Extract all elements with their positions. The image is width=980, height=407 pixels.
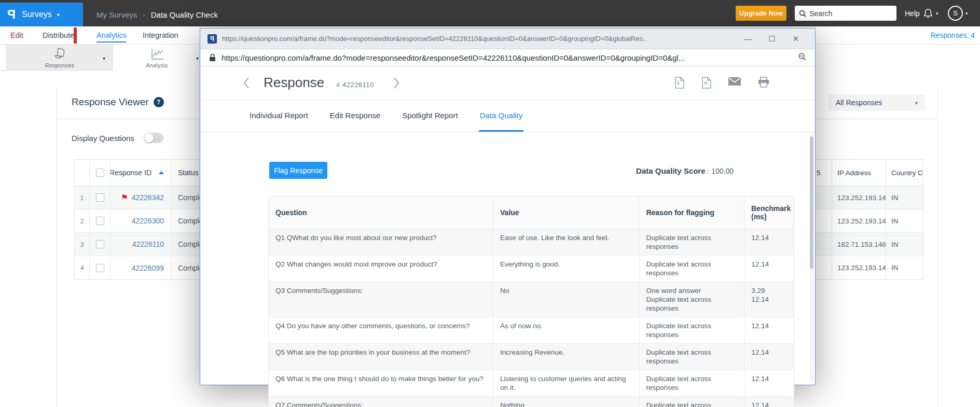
question-header: Question: [269, 197, 493, 229]
benchmark-header: Benchmark (ms): [744, 197, 794, 229]
reason-cell: Duplicate text across responses: [640, 344, 745, 370]
row-number: 4: [75, 256, 90, 279]
help-link[interactable]: Help: [905, 0, 920, 26]
display-questions-row: Display Questions: [72, 133, 163, 143]
score-value: : 100.00: [707, 167, 734, 175]
toolbar-tab-responses[interactable]: ▾ Responses: [6, 45, 113, 71]
response-id-cell: ⚑42226342: [111, 186, 172, 209]
response-filter-select[interactable]: All Responses ▾: [829, 94, 925, 111]
response-id-link[interactable]: 42226110: [132, 240, 164, 248]
breadcrumb-my-surveys[interactable]: My Surveys: [96, 10, 137, 19]
tab-data-quality[interactable]: Data Quality: [479, 101, 524, 132]
tab-individual-report[interactable]: Individual Report: [249, 101, 309, 132]
chevron-down-icon: ▾: [196, 55, 199, 61]
response-id-header[interactable]: Response ID: [111, 160, 172, 186]
row-checkbox[interactable]: [96, 240, 104, 248]
country-code-cell: IN: [886, 233, 923, 256]
row-checkbox[interactable]: [96, 217, 104, 225]
response-id-cell: 42226099: [111, 256, 172, 279]
ip-address-cell: 123.252.193.148: [832, 186, 886, 209]
table-body: 123.252.193.148 IN 123.252.193.148 IN 18…: [812, 186, 923, 279]
ip-address-cell: 123.252.193.148: [832, 256, 886, 279]
row-number: 2: [75, 209, 90, 232]
select-all-checkbox[interactable]: [96, 169, 104, 177]
row-number: 3: [75, 233, 90, 256]
global-search[interactable]: [795, 6, 896, 21]
question-cell: Q1 QWhat do you like most about our new …: [269, 229, 493, 255]
upgrade-now-button[interactable]: Upgrade Now: [736, 6, 786, 21]
ip-address-header: IP Address: [832, 160, 886, 186]
window-title-text: https://questionpro.com/a/frame.do?mode=…: [222, 35, 736, 43]
responses-document-icon: [52, 47, 67, 63]
previous-response-button[interactable]: [243, 77, 250, 91]
toolbar-tab-analysis[interactable]: ▾ Analysis: [113, 45, 201, 71]
response-editor-window: P https://questionpro.com/a/frame.do?mod…: [200, 28, 816, 385]
dq-header-row: Question Value Reason for flagging Bench…: [269, 197, 794, 229]
question-cell: Q7 Comments/Suggestions:: [269, 397, 493, 407]
value-cell: Nothing.: [493, 397, 639, 407]
response-id-cell: 42226300: [111, 209, 172, 232]
tab-spotlight-report[interactable]: Spotlight Report: [401, 101, 459, 132]
response-id-link[interactable]: 42226099: [132, 264, 164, 272]
export-pdf-icon[interactable]: λ: [674, 77, 684, 91]
value-cell: Increasing Revenue.: [493, 344, 639, 370]
table-row: 123.252.193.148 IN: [812, 209, 923, 233]
search-input[interactable]: [809, 9, 887, 18]
question-cell: Q4 Do you have any other comments, quest…: [269, 317, 493, 343]
print-icon[interactable]: [758, 77, 769, 91]
dq-table-row: Q3 Comments/Suggestions: No One word ans…: [269, 282, 794, 317]
avatar: S: [948, 6, 963, 21]
response-header: Response # 42226110 λ X: [200, 66, 815, 101]
response-id-link[interactable]: 42226342: [132, 193, 164, 202]
question-cell: Q5 What are the top priorities in your b…: [269, 344, 493, 370]
notifications-menu[interactable]: ▾: [923, 0, 938, 26]
account-menu[interactable]: S ▾: [948, 0, 968, 26]
maximize-button[interactable]: ☐: [760, 34, 784, 44]
close-button[interactable]: ✕: [784, 34, 808, 44]
value-cell: No: [493, 282, 639, 317]
breadcrumb-current: Data Quality Check: [151, 10, 218, 19]
breadcrumb: My Surveys › Data Quality Check: [96, 3, 218, 26]
ip-address-cell: 123.252.193.148: [832, 209, 886, 232]
display-questions-toggle[interactable]: [144, 133, 163, 143]
help-icon[interactable]: ?: [154, 97, 164, 107]
response-id-cell: 42226110: [111, 233, 172, 256]
response-table-right: 5 IP Address Country Code 123.252.193.14…: [812, 159, 923, 280]
window-title-bar[interactable]: P https://questionpro.com/a/frame.do?mod…: [200, 29, 815, 49]
nav-item-integration[interactable]: Integration: [143, 26, 178, 44]
questionpro-logo-icon: P: [7, 7, 16, 22]
zoom-icon[interactable]: [798, 52, 806, 63]
ip-address-cell: 182.71.153.146: [832, 233, 886, 256]
page-title: Response Viewer ?: [72, 96, 164, 108]
chevron-down-icon: ▾: [936, 11, 938, 16]
dq-table-row: Q5 What are the top priorities in your b…: [269, 344, 794, 370]
country-code-header: Country Code: [886, 160, 923, 186]
row-number: 1: [75, 186, 90, 209]
chevron-down-icon: ▾: [103, 55, 105, 61]
nav-item-distribute[interactable]: Distribute: [43, 26, 74, 44]
product-switcher[interactable]: P Surveys ▾: [0, 3, 83, 26]
minimize-button[interactable]: —: [736, 34, 760, 43]
next-response-button[interactable]: [393, 77, 400, 91]
address-bar[interactable]: https://questionpro.com/a/frame.do?mode=…: [200, 49, 815, 66]
address-url: https://questionpro.com/a/frame.do?mode=…: [222, 53, 798, 62]
flag-response-button[interactable]: Flag Response: [269, 162, 327, 179]
flagged-icon: ⚑: [121, 193, 128, 202]
nav-item-analytics[interactable]: Analytics: [96, 26, 127, 44]
export-excel-icon[interactable]: X: [701, 77, 711, 91]
row-checkbox[interactable]: [96, 264, 104, 272]
chevron-down-icon: ▾: [57, 12, 60, 18]
nav-item-edit[interactable]: Edit: [10, 26, 23, 44]
table-row: 182.71.153.146 IN: [812, 233, 923, 256]
dq-table-row: Q1 QWhat do you like most about our new …: [269, 229, 794, 256]
data-quality-score: Data Quality Score : 100.00: [636, 166, 734, 175]
email-icon[interactable]: [728, 77, 741, 91]
row-checkbox-cell: [90, 256, 111, 279]
row-checkbox[interactable]: [96, 193, 104, 202]
value-cell: Listening to customer queries and acting…: [493, 370, 639, 396]
scrollbar-thumb[interactable]: [810, 136, 813, 269]
tab-edit-response[interactable]: Edit Response: [329, 101, 382, 132]
response-id-link[interactable]: 42226300: [132, 217, 164, 225]
sort-ascending-icon: [159, 171, 164, 174]
table-row: 123.252.193.148 IN: [812, 186, 923, 209]
